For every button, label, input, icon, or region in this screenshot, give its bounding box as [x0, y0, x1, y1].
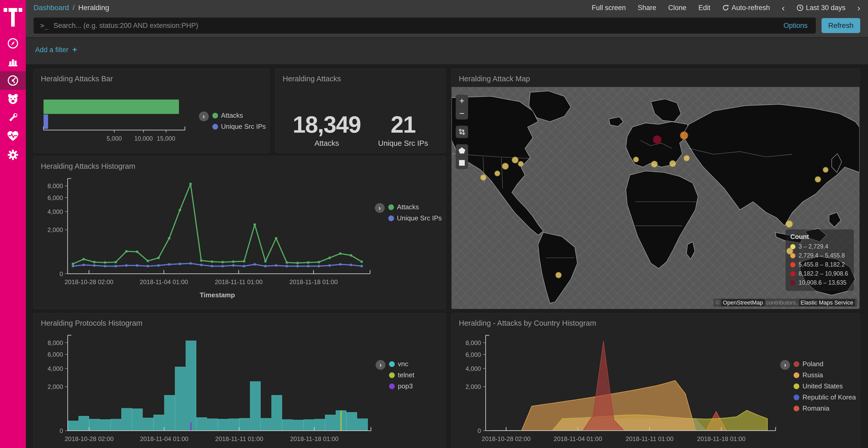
osm-link[interactable]: OpenStreetMap — [721, 299, 765, 306]
search-input[interactable] — [54, 22, 777, 30]
metric-attacks: 18,349Attacks — [293, 111, 361, 148]
svg-text:2018-11-18 01:00: 2018-11-18 01:00 — [697, 435, 745, 442]
sidebar — [0, 0, 26, 448]
legend-item-unique-src-ips[interactable]: Unique Src IPs — [212, 123, 266, 131]
sidebar-item-management[interactable] — [0, 145, 26, 164]
legend-item-attacks[interactable]: Attacks — [388, 203, 442, 211]
svg-text:2018-11-11 01:00: 2018-11-11 01:00 — [626, 435, 674, 442]
svg-text:5,000: 5,000 — [107, 135, 122, 142]
map-marker[interactable] — [669, 160, 676, 167]
bucket-range: 10,908.6 – 13,635 — [799, 279, 846, 286]
map-marker[interactable] — [518, 161, 524, 167]
action-share[interactable]: Share — [638, 4, 656, 12]
breadcrumb: Dashboard / Heralding — [34, 4, 109, 12]
map-draw-polygon-button[interactable] — [456, 144, 468, 157]
svg-text:2018-11-04 01:00: 2018-11-04 01:00 — [140, 435, 189, 442]
metric-value: 18,349 — [293, 111, 361, 138]
app: Dashboard / Heralding Full screenShareCl… — [0, 0, 868, 448]
map-marker[interactable] — [502, 163, 509, 170]
svg-text:2018-10-28 02:00: 2018-10-28 02:00 — [482, 435, 531, 442]
search-box: >_ Options — [34, 18, 816, 34]
legend-item-vnc[interactable]: vnc — [389, 360, 414, 368]
legend-item-russia[interactable]: Russia — [794, 371, 856, 379]
legend-toggle[interactable]: › — [780, 360, 790, 370]
map-count-legend: Count 3 – 2,729.42,729.4 – 5,455.85,455.… — [785, 230, 854, 291]
map-zoom-out-button[interactable]: − — [456, 107, 468, 119]
sidebar-nav — [0, 34, 26, 164]
svg-text:4,000: 4,000 — [48, 208, 63, 215]
map-controls: + − — [456, 95, 468, 175]
world-map[interactable]: + − — [452, 87, 860, 309]
legend-toggle[interactable]: › — [375, 203, 385, 213]
time-forward-chevron[interactable]: › — [858, 3, 860, 13]
svg-text:2018-10-28 02:00: 2018-10-28 02:00 — [65, 435, 114, 442]
map-marker[interactable] — [512, 157, 519, 163]
ems-link[interactable]: Elastic Maps Service — [799, 299, 855, 306]
legend-dot — [389, 383, 395, 389]
map-marker[interactable] — [651, 161, 658, 168]
breadcrumb-dashboard-link[interactable]: Dashboard — [34, 4, 69, 12]
legend-dot — [389, 361, 395, 367]
map-marker[interactable] — [494, 171, 500, 176]
map-zoom-in-button[interactable]: + — [456, 95, 468, 107]
topbar-actions: Full screenShareCloneEditAuto-refresh‹La… — [580, 3, 860, 13]
legend-label: United States — [802, 382, 843, 390]
legend-dot — [794, 406, 799, 411]
sidebar-item-visualize[interactable] — [0, 53, 26, 71]
bucket-dot — [790, 280, 796, 285]
add-filter-link[interactable]: Add a filter + — [35, 46, 77, 54]
legend-dot — [794, 361, 799, 367]
map-marker[interactable] — [480, 174, 487, 181]
attacks-bar-legend: ›AttacksUnique Src IPs — [199, 111, 266, 151]
map-marker[interactable] — [815, 176, 821, 182]
map-marker[interactable] — [785, 220, 793, 228]
action-clone[interactable]: Clone — [668, 4, 687, 12]
square-icon — [459, 160, 465, 166]
legend-label: Romania — [802, 404, 829, 412]
legend-item-attacks[interactable]: Attacks — [212, 111, 266, 119]
panel-title: Heralding - Attacks by Country Histogram — [452, 313, 860, 331]
legend-item-romania[interactable]: Romania — [794, 404, 856, 412]
panel-title: Heralding Attack Map — [452, 69, 860, 87]
sidebar-item-discover[interactable] — [0, 34, 26, 53]
legend-item-poland[interactable]: Poland — [794, 360, 856, 368]
action-full-screen[interactable]: Full screen — [592, 4, 626, 12]
sidebar-item-dashboard[interactable] — [0, 71, 26, 90]
map-marker[interactable] — [684, 155, 690, 161]
legend-item-united-states[interactable]: United States — [794, 382, 856, 390]
legend-label: Poland — [802, 360, 823, 368]
legend-item-republic-of-korea[interactable]: Republic of Korea — [794, 393, 856, 401]
panel-title: Heralding Attacks Histogram — [34, 157, 445, 174]
svg-text:2,000: 2,000 — [466, 383, 481, 390]
refresh-icon — [722, 4, 729, 11]
refresh-button[interactable]: Refresh — [822, 18, 860, 33]
map-attribution: © OpenStreetMap contributors, Elastic Ma… — [714, 299, 857, 307]
query-options-link[interactable]: Options — [783, 22, 808, 30]
sidebar-item-monitoring[interactable] — [0, 127, 26, 145]
map-marker[interactable] — [786, 248, 793, 254]
action-edit[interactable]: Edit — [698, 4, 710, 12]
legend-label: Republic of Korea — [802, 393, 856, 401]
sidebar-item-t-pot[interactable] — [0, 90, 26, 108]
map-marker[interactable] — [633, 157, 639, 162]
legend-toggle[interactable]: › — [199, 111, 209, 121]
time-back-chevron[interactable]: ‹ — [782, 3, 784, 13]
svg-text:2018-11-04 01:00: 2018-11-04 01:00 — [140, 278, 188, 285]
map-draw-rectangle-button[interactable] — [456, 157, 468, 169]
time-range-picker[interactable]: Last 30 days — [797, 4, 845, 12]
legend-item-unique-src-ips[interactable]: Unique Src IPs — [388, 214, 442, 222]
svg-text:10,000: 10,000 — [134, 135, 153, 142]
map-legend-bucket: 2,729.4 – 5,455.8 — [790, 252, 848, 259]
map-marker[interactable] — [555, 272, 562, 278]
sidebar-item-dev-tools[interactable] — [0, 108, 26, 127]
map-marker[interactable] — [653, 135, 661, 144]
map-marker[interactable] — [823, 167, 829, 173]
map-marker[interactable] — [680, 131, 688, 140]
legend-toggle[interactable]: › — [376, 360, 385, 370]
map-fit-bounds-button[interactable] — [456, 126, 468, 138]
panel-title: Heralding Attacks — [275, 69, 445, 87]
legend-item-pop3[interactable]: pop3 — [389, 382, 414, 390]
legend-item-telnet[interactable]: telnet — [389, 371, 414, 379]
auto-refresh-button[interactable]: Auto-refresh — [722, 4, 770, 12]
panel-attacks-histogram: Heralding Attacks Histogram 02,0004,0006… — [33, 156, 445, 309]
